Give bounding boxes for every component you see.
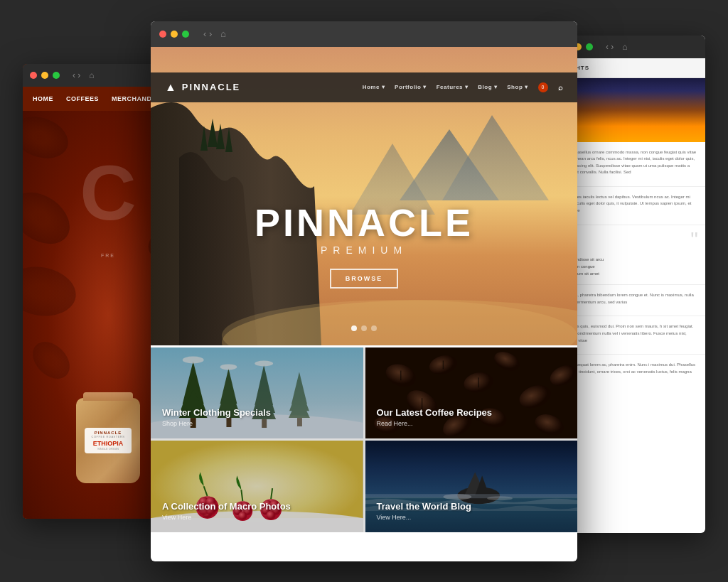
quote-label-1: Suspendisse sit arcu	[564, 257, 697, 264]
dot-yellow[interactable]	[41, 72, 48, 79]
menu-portfolio[interactable]: Portfolio ▾	[395, 84, 427, 90]
quote-label-3: bibendum sit amet	[564, 271, 697, 278]
quote-label-2: eu enim congue	[564, 264, 697, 271]
coffee-grid-text: Our Latest Coffee Recipes Read Here...	[377, 407, 493, 427]
hero-dot-1[interactable]	[351, 325, 357, 331]
home-icon-c: ⌂	[220, 28, 226, 39]
hero-dot-3[interactable]	[371, 325, 377, 331]
travel-title: Travel the World Blog	[377, 501, 471, 512]
hero-title: PINNACLE	[151, 203, 577, 242]
menu-home[interactable]: Home ▾	[363, 84, 385, 90]
macro-title: A Collection of Macro Photos	[162, 501, 291, 512]
dot-yellow-c[interactable]	[171, 31, 178, 38]
right-title-bar: UGHTS	[556, 58, 705, 78]
grid-section: Winter Clothing Specials Shop Here	[151, 347, 577, 532]
quote-section: " cing fum. llend. Suspendisse sit arcu …	[556, 225, 705, 286]
macro-text: A Collection of Macro Photos View Here	[162, 501, 291, 521]
macro-sub: View Here	[162, 514, 291, 521]
blog-section-3: r libero, pharetra bibendum lorem congue…	[556, 285, 705, 316]
dot-red-c[interactable]	[159, 31, 166, 38]
bag-country: ETHIOPIA	[93, 440, 124, 447]
menu-features[interactable]: Features ▾	[437, 84, 469, 90]
blog-para-1: itur. Phasellus ornare commodo massa, no…	[564, 149, 697, 176]
nav-arrows: ‹ ›	[73, 70, 80, 80]
bag-type: SINGLE ORIGIN	[97, 447, 119, 451]
dot-green[interactable]	[53, 72, 60, 79]
hero-dot-2[interactable]	[361, 325, 367, 331]
blog-para-2: u ultrices iaculis lectus vel dapibus. V…	[564, 194, 697, 215]
hero-browse-button[interactable]: BROWSE	[330, 269, 399, 289]
big-letter: C	[80, 153, 136, 232]
nav-coffees[interactable]: Coffees	[66, 95, 99, 102]
logo-text: PINNACLE	[182, 82, 240, 92]
hero-dots	[351, 325, 377, 331]
bag-body: PINNACLE COFFEE ROASTERS ETHIOPIA SINGLE…	[76, 398, 140, 483]
nav-home[interactable]: Home	[33, 95, 53, 102]
scene: ‹ › ⌂ Home Coffees Merchandise C	[23, 21, 705, 561]
blog-para-4: is turpis quis, euismod dui. Proin non s…	[564, 323, 697, 344]
quote-mark: "	[690, 229, 698, 250]
search-icon[interactable]: ⌕	[558, 83, 564, 92]
travel-text: Travel the World Blog View Here...	[377, 501, 471, 521]
bag-label: PINNACLE COFFEE ROASTERS ETHIOPIA SINGLE…	[85, 428, 132, 453]
hero-subtitle: PREMIUM	[151, 244, 577, 256]
center-browser-chrome: ‹ › ⌂	[151, 21, 577, 47]
menu-shop[interactable]: Shop ▾	[507, 84, 528, 90]
coffee-sub: Read Here...	[377, 420, 493, 427]
grid-item-coffee[interactable]: Our Latest Coffee Recipes Read Here...	[365, 347, 578, 439]
bag-top	[83, 392, 133, 401]
sunset-image	[556, 78, 705, 142]
quote-line-2: fum.	[564, 239, 697, 246]
blog-para-5: s, consequat lorem ac, pharetra enim. Nu…	[564, 362, 697, 375]
travel-sub: View Here...	[377, 514, 471, 521]
hero-section: ▲ PINNACLE Home ▾ Portfolio ▾ Features ▾…	[151, 47, 577, 345]
center-browser: ‹ › ⌂	[151, 21, 577, 561]
blog-section-5: s, consequat lorem ac, pharetra enim. Nu…	[556, 355, 705, 385]
winter-text: Winter Clothing Specials Shop Here	[162, 407, 271, 427]
blog-section-1: itur. Phasellus ornare commodo massa, no…	[556, 142, 705, 187]
pinnacle-logo: ▲ PINNACLE	[165, 81, 240, 94]
dot-red[interactable]	[30, 72, 37, 79]
home-icon: ⌂	[89, 70, 94, 80]
menu-blog[interactable]: Blog ▾	[478, 84, 497, 90]
home-icon-r: ⌂	[622, 42, 627, 52]
winter-title: Winter Clothing Specials	[162, 407, 271, 419]
quote-line-1: cing	[564, 232, 697, 239]
pinnacle-nav: ▲ PINNACLE Home ▾ Portfolio ▾ Features ▾…	[151, 72, 577, 102]
nav-arrows-r: ‹ ›	[606, 42, 614, 52]
dot-green-c[interactable]	[182, 31, 189, 38]
quote-line-3: llend.	[564, 246, 697, 253]
grid-item-macro[interactable]: A Collection of Macro Photos View Here	[151, 441, 363, 532]
blog-para-3: r libero, pharetra bibendum lorem congue…	[564, 292, 697, 306]
cart-icon[interactable]: 0	[538, 82, 548, 92]
product-bag: PINNACLE COFFEE ROASTERS ETHIOPIA SINGLE…	[76, 398, 140, 490]
nav-arrows-c: ‹ ›	[203, 28, 212, 39]
dot-green-r[interactable]	[586, 43, 593, 50]
hero-content: PINNACLE PREMIUM BROWSE	[151, 203, 577, 289]
coffee-label: FRE	[101, 253, 115, 258]
right-browser: ‹ › ⌂ UGHTS itur. Phasellus ornare commo…	[556, 36, 705, 533]
pinnacle-menu: Home ▾ Portfolio ▾ Features ▾ Blog ▾ Sho…	[363, 82, 563, 92]
logo-mountain-icon: ▲	[165, 81, 176, 94]
bag-sub: COFFEE ROASTERS	[92, 435, 125, 438]
blog-section-2: u ultrices iaculis lectus vel dapibus. V…	[556, 187, 705, 225]
right-browser-chrome: ‹ › ⌂	[556, 36, 705, 58]
blog-section-4: is turpis quis, euismod dui. Proin non s…	[556, 316, 705, 355]
winter-sub: Shop Here	[162, 420, 271, 427]
grid-item-travel[interactable]: Travel the World Blog View Here...	[365, 441, 578, 532]
grid-item-winter[interactable]: Winter Clothing Specials Shop Here	[151, 347, 363, 439]
coffee-title: Our Latest Coffee Recipes	[377, 407, 493, 419]
